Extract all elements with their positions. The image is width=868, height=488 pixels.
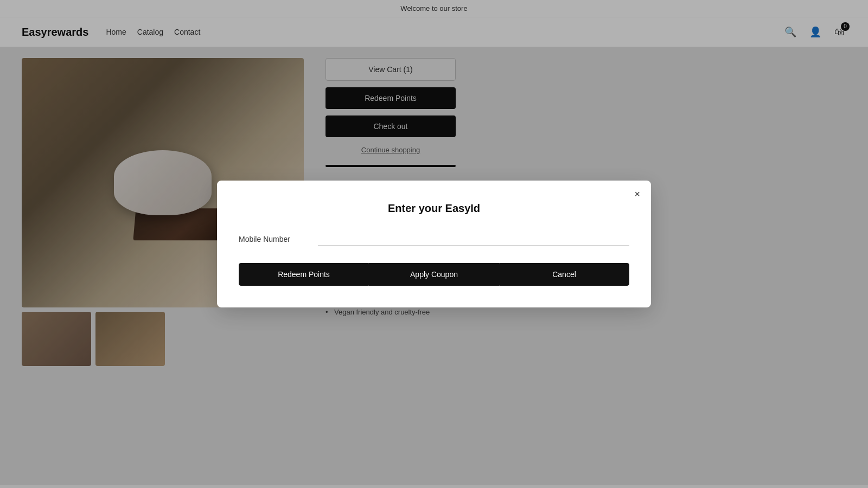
modal-cancel-button[interactable]: Cancel <box>499 263 629 286</box>
modal-apply-coupon-button[interactable]: Apply Coupon <box>369 263 499 286</box>
mobile-number-group: Mobile Number <box>239 232 629 246</box>
easyid-modal: × Enter your EasyId Mobile Number Redeem… <box>217 181 651 307</box>
mobile-input[interactable] <box>318 232 629 246</box>
mobile-label: Mobile Number <box>239 235 309 243</box>
modal-redeem-button[interactable]: Redeem Points <box>239 263 369 286</box>
modal-title: Enter your EasyId <box>239 202 629 215</box>
modal-overlay: × Enter your EasyId Mobile Number Redeem… <box>0 0 868 488</box>
modal-close-button[interactable]: × <box>634 189 640 199</box>
modal-actions: Redeem Points Apply Coupon Cancel <box>239 263 629 286</box>
